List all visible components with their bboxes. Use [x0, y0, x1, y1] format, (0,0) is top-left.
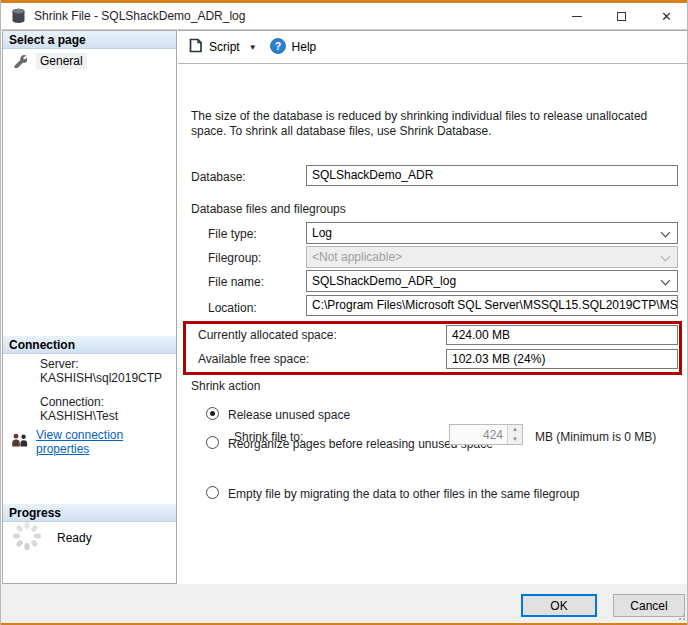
database-field: SQLShackDemo_ADR: [306, 165, 678, 186]
main-panel: Script ▼ ? Help The size of the database…: [178, 30, 688, 584]
footer-bar: OK Cancel: [1, 584, 688, 623]
shrink-action-label: Shrink action: [191, 379, 260, 393]
script-button-label: Script: [209, 40, 240, 54]
view-connection-properties-row: View connection properties: [11, 428, 176, 456]
maximize-icon: [617, 12, 626, 21]
file-name-dropdown[interactable]: SQLShackDemo_ADR_log: [306, 270, 678, 292]
shrink-file-to-spinner: 424 ▲ ▼: [449, 424, 523, 445]
script-dropdown-icon[interactable]: ▼: [249, 43, 257, 52]
title-bar[interactable]: Shrink File - SQLShackDemo_ADR_log ✕: [1, 3, 688, 29]
script-icon: [188, 38, 203, 56]
resize-grip[interactable]: [675, 610, 685, 620]
progress-status: Ready: [57, 531, 92, 545]
dialog-top-accent: [1, 0, 688, 3]
free-space-label: Available free space:: [198, 352, 309, 366]
file-type-dropdown[interactable]: Log: [306, 222, 678, 244]
server-label: Server:: [40, 357, 79, 371]
svg-text:?: ?: [274, 39, 280, 51]
general-page-content: The size of the database is reduced by s…: [178, 65, 688, 585]
select-a-page-header: Select a page: [3, 31, 176, 49]
free-space-field: 102.03 MB (24%): [446, 349, 678, 369]
file-type-label: File type:: [208, 227, 257, 241]
help-button[interactable]: ? Help: [270, 38, 317, 57]
server-value: KASHISH\sql2019CTP: [40, 371, 162, 385]
view-connection-properties-link[interactable]: View connection properties: [36, 428, 176, 456]
database-icon: [11, 8, 26, 24]
database-label: Database:: [191, 170, 246, 184]
files-section-label: Database files and filegroups: [191, 202, 346, 216]
allocated-space-label: Currently allocated space:: [198, 328, 337, 342]
window-title: Shrink File - SQLShackDemo_ADR_log: [34, 9, 245, 23]
minimize-button[interactable]: [554, 3, 599, 29]
connection-value: KASHISH\Test: [40, 409, 118, 423]
connection-label: Connection:: [40, 395, 104, 409]
close-button[interactable]: ✕: [644, 3, 688, 29]
ok-button[interactable]: OK: [521, 594, 597, 617]
shrink-file-to-value: 424: [450, 425, 507, 444]
shrink-file-to-suffix: MB (Minimum is 0 MB): [535, 430, 656, 444]
empty-file-radio[interactable]: [206, 486, 219, 499]
chevron-down-icon: [661, 252, 671, 262]
maximize-button[interactable]: [599, 3, 644, 29]
file-name-label: File name:: [208, 275, 264, 289]
toolbar: Script ▼ ? Help: [178, 31, 688, 64]
spinner-up-icon[interactable]: ▲: [508, 425, 522, 435]
sidebar: Select a page General Connection Server:…: [2, 30, 177, 584]
filegroup-dropdown: <Not applicable>: [306, 246, 678, 268]
reorganize-pages-radio[interactable]: [206, 436, 219, 449]
help-button-label: Help: [292, 40, 317, 54]
location-label: Location:: [208, 301, 257, 315]
location-field: C:\Program Files\Microsoft SQL Server\MS…: [306, 295, 678, 316]
spinner-icon: [11, 520, 43, 555]
spinner-down-icon[interactable]: ▼: [508, 435, 522, 445]
sidebar-item-general[interactable]: General: [3, 51, 176, 71]
script-button[interactable]: Script ▼: [188, 38, 257, 56]
chevron-down-icon: [661, 228, 671, 238]
file-name-value: SQLShackDemo_ADR_log: [312, 274, 456, 288]
connection-properties-icon: [11, 433, 29, 451]
progress-status-row: Ready: [11, 520, 92, 555]
file-type-value: Log: [312, 226, 332, 240]
release-unused-space-radio[interactable]: [206, 407, 219, 420]
minimize-icon: [572, 16, 582, 17]
filegroup-value: <Not applicable>: [312, 250, 402, 264]
wrench-icon: [13, 54, 27, 68]
filegroup-label: Filegroup:: [208, 251, 261, 265]
connection-header: Connection: [3, 336, 176, 354]
shrink-file-dialog: Shrink File - SQLShackDemo_ADR_log ✕ Sel…: [0, 0, 688, 625]
help-icon: ?: [270, 38, 286, 57]
close-icon: ✕: [661, 10, 672, 23]
chevron-down-icon: [661, 276, 671, 286]
release-unused-space-label: Release unused space: [228, 408, 350, 422]
shrink-file-to-label: Shrink file to:: [234, 430, 303, 444]
spinner-arrows: ▲ ▼: [507, 425, 522, 444]
sidebar-item-label: General: [36, 53, 87, 69]
allocated-space-field: 424.00 MB: [446, 325, 678, 345]
empty-file-label: Empty file by migrating the data to othe…: [228, 487, 580, 501]
dialog-description: The size of the database is reduced by s…: [191, 109, 681, 139]
